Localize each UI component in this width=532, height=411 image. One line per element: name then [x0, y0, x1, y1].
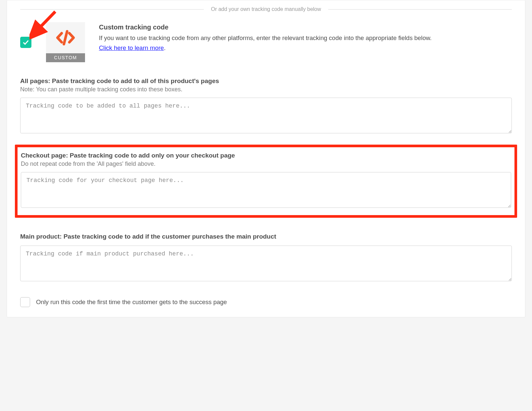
checkout-textarea[interactable] [21, 172, 511, 208]
custom-checkbox-wrap [20, 22, 40, 48]
custom-description: If you want to use tracking code from an… [99, 33, 509, 53]
custom-description-text: If you want to use tracking code from an… [99, 34, 432, 41]
main-product-section: Main product: Paste tracking code to add… [7, 233, 525, 283]
run-once-row: Only run this code the first time the cu… [7, 297, 525, 307]
all-pages-textarea[interactable] [20, 98, 512, 133]
run-once-checkbox[interactable] [20, 297, 30, 307]
all-pages-note: Note: You can paste multiple tracking co… [20, 86, 512, 93]
divider-line-left [20, 9, 204, 10]
learn-more-period: . [164, 44, 165, 51]
divider-line-right [328, 9, 512, 10]
divider-text: Or add your own tracking code manually b… [204, 6, 329, 12]
tracking-code-card: Or add your own tracking code manually b… [7, 0, 525, 317]
custom-enabled-checkbox[interactable] [20, 37, 31, 48]
checkout-highlight: Checkout page: Paste tracking code to ad… [15, 145, 517, 218]
run-once-label: Only run this code the first time the cu… [36, 298, 227, 306]
all-pages-section: All pages: Paste tracking code to add to… [7, 77, 525, 135]
main-product-textarea[interactable] [20, 246, 512, 281]
checkout-note: Do not repeat code from the 'All pages' … [21, 160, 511, 167]
checkout-title: Checkout page: Paste tracking code to ad… [21, 152, 511, 159]
svg-line-2 [64, 31, 67, 44]
learn-more-link[interactable]: Click here to learn more [99, 44, 164, 51]
all-pages-title: All pages: Paste tracking code to add to… [20, 77, 512, 85]
custom-tile-label: CUSTOM [46, 53, 85, 62]
custom-text-block: Custom tracking code If you want to use … [99, 22, 512, 53]
custom-tile: CUSTOM [46, 22, 85, 62]
code-icon [46, 22, 85, 53]
manual-divider: Or add your own tracking code manually b… [7, 0, 525, 22]
custom-tracking-block: CUSTOM Custom tracking code If you want … [7, 22, 525, 62]
custom-title: Custom tracking code [99, 23, 509, 31]
main-product-title: Main product: Paste tracking code to add… [20, 233, 512, 240]
